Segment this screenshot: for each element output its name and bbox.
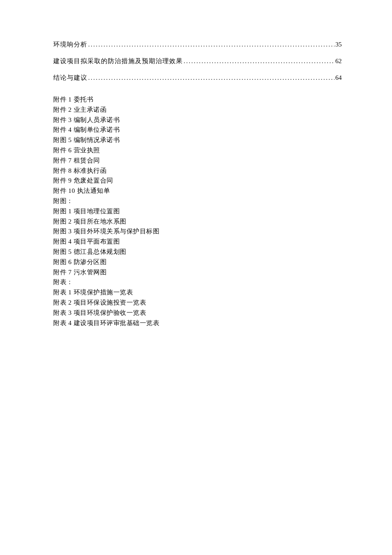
toc-page-number: 62 (335, 58, 342, 65)
table-of-contents: 环境响分析 35 建设项目拟采取的防治措施及预期治理效果 62 结论与建议 64 (53, 41, 342, 82)
figure-item: 附图 3 项目外环境关系与保护目标图 (53, 227, 342, 237)
toc-title: 建设项目拟采取的防治措施及预期治理效果 (53, 57, 183, 65)
toc-leader-dots (184, 58, 334, 65)
figure-item: 附图 4 项目平面布置图 (53, 237, 342, 247)
toc-entry: 建设项目拟采取的防治措施及预期治理效果 62 (53, 57, 342, 65)
toc-page-number: 64 (335, 74, 342, 81)
figures-section-label: 附图： (53, 196, 342, 206)
attachment-item: 附件 10 执法通知单 (53, 186, 342, 196)
toc-title: 结论与建议 (53, 74, 87, 82)
attachment-item: 附件 2 业主承诺函 (53, 105, 342, 115)
toc-entry: 结论与建议 64 (53, 74, 342, 82)
figure-item: 附图 1 项目地理位置图 (53, 206, 342, 217)
figure-item: 附图 6 防渗分区图 (53, 257, 342, 267)
toc-leader-dots (88, 41, 334, 48)
attachment-item: 附件 1 委托书 (53, 95, 342, 105)
table-item: 附表 4 建设项目环评审批基础一览表 (53, 318, 342, 328)
attachment-item: 附件 8 标准执行函 (53, 166, 342, 176)
attachment-item: 附件 3 编制人员承诺书 (53, 115, 342, 125)
toc-leader-dots (88, 75, 334, 81)
table-item: 附表 3 项目环境保护验收一览表 (53, 308, 342, 318)
figure-item: 附件 7 污水管网图 (53, 267, 342, 278)
table-item: 附表 2 项目环保设施投资一览表 (53, 298, 342, 308)
toc-entry: 环境响分析 35 (53, 41, 342, 49)
document-page: 环境响分析 35 建设项目拟采取的防治措施及预期治理效果 62 结论与建议 64… (0, 0, 392, 328)
table-item: 附表 1 环境保护措施一览表 (53, 288, 342, 298)
attachment-item: 附件 4 编制单位承诺书 (53, 125, 342, 135)
figure-item: 附图 2 项目所在地水系图 (53, 217, 342, 227)
figure-item: 附图 5 德江县总体规划图 (53, 247, 342, 257)
attachments-list: 附件 1 委托书 附件 2 业主承诺函 附件 3 编制人员承诺书 附件 4 编制… (53, 95, 342, 328)
tables-section-label: 附表： (53, 277, 342, 288)
attachment-item: 附图 5 编制情况承诺书 (53, 135, 342, 145)
attachment-item: 附件 7 租赁合同 (53, 156, 342, 166)
attachment-item: 附件 9 危废处置合同 (53, 176, 342, 186)
toc-page-number: 35 (335, 41, 342, 48)
toc-title: 环境响分析 (53, 41, 87, 49)
attachment-item: 附件 6 营业执照 (53, 145, 342, 156)
